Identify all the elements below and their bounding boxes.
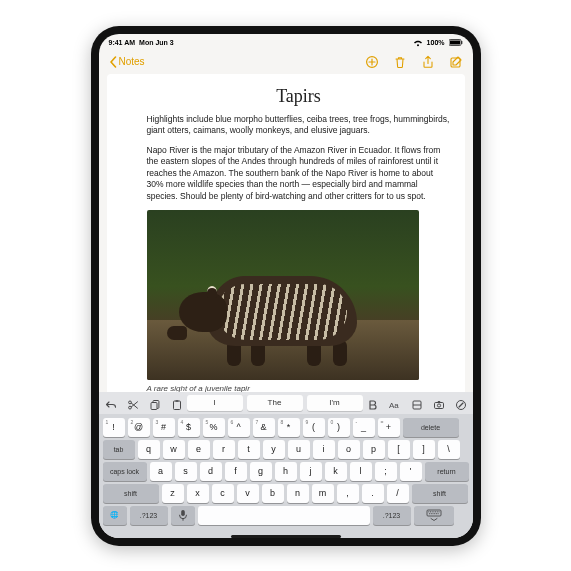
status-time: 9:41 AM [109,39,136,46]
svg-text:Aa: Aa [389,401,399,410]
key-,[interactable]: , [337,484,359,503]
key-tab[interactable]: tab [103,440,135,459]
key-*[interactable]: *8 [278,418,300,437]
key-b[interactable]: b [262,484,284,503]
key-s[interactable]: s [175,462,197,481]
key-.[interactable]: . [362,484,384,503]
bold-icon[interactable] [367,397,379,409]
key-x[interactable]: x [187,484,209,503]
key-r[interactable]: r [213,440,235,459]
key-][interactable]: ] [413,440,435,459]
key-e[interactable]: e [188,440,210,459]
suggestion-3[interactable]: I'm [307,395,363,411]
back-label: Notes [119,56,145,67]
svg-rect-21 [435,511,436,512]
svg-rect-2 [461,41,462,44]
svg-rect-9 [175,400,178,402]
key-%[interactable]: %5 [203,418,225,437]
svg-rect-1 [450,41,460,45]
key-;[interactable]: ; [375,462,397,481]
key-i[interactable]: i [313,440,335,459]
key-shift[interactable]: shift [412,484,468,503]
key-o[interactable]: o [338,440,360,459]
key-g[interactable]: g [250,462,272,481]
key-![interactable]: !1 [103,418,125,437]
text-format-icon[interactable]: Aa [389,397,401,409]
key-^[interactable]: ^6 [228,418,250,437]
key-return[interactable]: return [425,462,469,481]
svg-rect-27 [434,513,435,514]
key-c[interactable]: c [212,484,234,503]
key-+[interactable]: += [378,418,400,437]
svg-rect-28 [435,513,436,514]
key-[[interactable]: [ [388,440,410,459]
key-q[interactable]: q [138,440,160,459]
key-.?123[interactable]: .?123 [130,506,168,525]
note-body[interactable]: Tapirs Highlights include blue morpho bu… [107,74,465,392]
svg-rect-25 [430,513,431,514]
nav-bar: Notes [99,50,473,74]
key-caps lock[interactable]: caps lock [103,462,147,481]
undo-icon[interactable] [105,397,117,409]
trash-icon[interactable] [393,55,407,69]
key-@[interactable]: @2 [128,418,150,437]
copy-icon[interactable] [149,397,161,409]
mic-icon[interactable] [171,506,195,525]
note-image[interactable] [147,210,419,380]
image-caption: A rare sight of a juvenile tapir [147,384,451,391]
key-a[interactable]: a [150,462,172,481]
chevron-left-icon [109,56,117,68]
key-_[interactable]: _- [353,418,375,437]
key-y[interactable]: y [263,440,285,459]
hide-keyboard-icon[interactable] [414,506,454,525]
key-j[interactable]: j [300,462,322,481]
suggestion-1[interactable]: I [187,395,243,411]
battery-icon [449,39,463,46]
status-date: Mon Jun 3 [139,39,174,46]
ipad-device-frame: 9:41 AM Mon Jun 3 100% Notes [91,26,481,546]
key-d[interactable]: d [200,462,222,481]
key-\[interactable]: \ [438,440,460,459]
key-k[interactable]: k [325,462,347,481]
key-l[interactable]: l [350,462,372,481]
key-([interactable]: (9 [303,418,325,437]
scan-icon[interactable] [411,397,423,409]
key-z[interactable]: z [162,484,184,503]
home-indicator[interactable] [231,535,341,538]
key-.?123[interactable]: .?123 [373,506,411,525]
key-)[interactable]: )0 [328,418,350,437]
key-u[interactable]: u [288,440,310,459]
keyboard[interactable]: !1@2#3$4%5^6&7*8(9)0_-+=delete tabqwerty… [99,414,473,534]
key-/[interactable]: / [387,484,409,503]
key-space[interactable] [198,506,370,525]
key-m[interactable]: m [312,484,334,503]
key-$[interactable]: $4 [178,418,200,437]
key-v[interactable]: v [237,484,259,503]
scissors-icon[interactable] [127,397,139,409]
svg-rect-23 [438,511,439,512]
key-f[interactable]: f [225,462,247,481]
key-'[interactable]: ' [400,462,422,481]
share-icon[interactable] [421,55,435,69]
compose-icon[interactable] [449,55,463,69]
key-delete[interactable]: delete [403,418,459,437]
markup-icon[interactable] [455,397,467,409]
clipboard-icon[interactable] [171,397,183,409]
note-paragraph-1: Highlights include blue morpho butterfli… [147,114,451,137]
back-button[interactable]: Notes [109,56,145,68]
note-paragraph-2: Napo River is the major tributary of the… [147,145,451,202]
camera-icon[interactable] [433,397,445,409]
key-t[interactable]: t [238,440,260,459]
key-w[interactable]: w [163,440,185,459]
key-n[interactable]: n [287,484,309,503]
svg-rect-18 [430,511,431,512]
key-#[interactable]: #3 [153,418,175,437]
key-shift[interactable]: shift [103,484,159,503]
suggestion-2[interactable]: The [247,395,303,411]
key-h[interactable]: h [275,462,297,481]
key-&[interactable]: &7 [253,418,275,437]
key-🌐[interactable]: 🌐 [103,506,127,525]
svg-rect-22 [436,511,437,512]
key-p[interactable]: p [363,440,385,459]
attach-icon[interactable] [365,55,379,69]
